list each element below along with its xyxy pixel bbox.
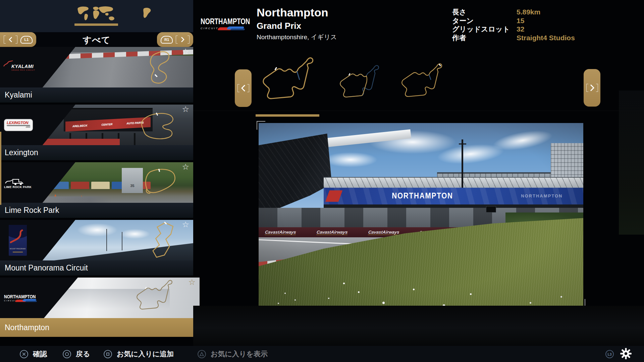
sign-text: CENTER: [102, 123, 113, 126]
world-map-icon: [74, 5, 118, 22]
layout-option-national[interactable]: [334, 63, 385, 108]
track-list-item-lime-rock-park[interactable]: 35 LIME ROCK PARK ☆ Lime Rock Park: [0, 162, 193, 218]
page-title: Northampton: [257, 6, 328, 19]
ps-circle-icon: [62, 350, 71, 359]
ps-square-icon: [103, 350, 112, 359]
logo-swoosh: [218, 26, 248, 31]
bracket: [237, 84, 239, 92]
stat-label: 作者: [452, 34, 517, 42]
bracket: [187, 36, 190, 44]
bracket: [596, 84, 598, 92]
logo-text: LIME ROCK PARK: [4, 185, 44, 189]
track-location: Northamptonshire, イギリス: [257, 33, 337, 42]
track-name-bar-selected: Northampton: [0, 318, 200, 337]
gear-icon: [620, 348, 632, 360]
track-list-item-northampton-selected[interactable]: NORTHAMPTON CIRCUIT ☆ Northampton: [0, 278, 200, 337]
track-list-item-kyalami[interactable]: KYALAMI GRAND PRIX CIRCUIT ☆ Kyalami: [0, 47, 193, 103]
l3-stick-hint: L3: [605, 350, 614, 360]
layout-variant-title: Grand Prix: [257, 21, 301, 31]
favorite-star-icon[interactable]: ☆: [182, 163, 189, 171]
logo-text: NORTHAMPTON: [201, 17, 240, 26]
bracket: [4, 36, 6, 44]
track-name-bar: Lime Rock Park: [0, 203, 193, 218]
track-map-outline: [127, 278, 181, 318]
track-map-outline: [138, 165, 179, 198]
bracket: [176, 36, 178, 44]
mount-panorama-logo: MOUNT PANORAMA: [4, 220, 44, 260]
ps-cross-icon: [19, 350, 29, 359]
chevron-right-icon: [590, 84, 594, 92]
l1-button-icon: L1: [20, 36, 33, 44]
track-preview-photo: NORTHAMPTON NORTHAMPTON CavastAirways Ca…: [259, 123, 583, 306]
track-thumbnail: KYALAMI GRAND PRIX CIRCUIT ☆: [0, 47, 193, 87]
action-label: お気に入りを表示: [211, 349, 268, 359]
track-thumbnail: 35 LIME ROCK PARK ☆: [0, 162, 193, 203]
track-name: Kyalami: [0, 90, 32, 100]
favorite-star-icon[interactable]: ☆: [182, 105, 189, 113]
favorite-star-icon[interactable]: ☆: [188, 278, 196, 286]
favorite-star-icon[interactable]: ☆: [182, 221, 189, 229]
track-list-item-mount-panorama[interactable]: MOUNT PANORAMA ☆ Mount Panorama Circuit: [0, 220, 193, 276]
favorite-star-icon[interactable]: ☆: [182, 48, 189, 56]
tab-north-america[interactable]: [140, 7, 154, 21]
kyalami-logo: KYALAMI GRAND PRIX CIRCUIT: [4, 47, 44, 87]
track-list-item-lexington[interactable]: ARELBECK CENTER AUTO PARTS LEXINGTON 200…: [0, 105, 193, 160]
sidebar-next-category-button[interactable]: R1: [157, 32, 193, 47]
track-thumbnail: MOUNT PANORAMA ☆: [0, 220, 193, 260]
track-name: Northampton: [0, 323, 49, 332]
action-label: 戻る: [76, 349, 90, 359]
track-name-bar: Kyalami: [0, 87, 193, 103]
stat-value: 32: [517, 25, 575, 33]
logo-text: NORTHAMPTON: [4, 294, 36, 299]
bracket: [15, 36, 17, 44]
stat-label: ターン: [452, 17, 517, 25]
layout-next-button[interactable]: [584, 69, 600, 107]
back-action[interactable]: 戻る: [62, 349, 90, 359]
selected-layout-underline: [256, 114, 319, 117]
add-favorite-action[interactable]: お気に入りに追加: [103, 349, 174, 359]
logo-text: KYALAMI: [11, 64, 44, 69]
bracket: [247, 84, 249, 92]
vignette: [259, 123, 583, 306]
stat-label: 長さ: [452, 8, 517, 16]
show-favorites-action-disabled[interactable]: お気に入りを表示: [197, 349, 268, 359]
background-scene-right: [619, 90, 644, 235]
lime-rock-park-logo: LIME ROCK PARK: [4, 162, 44, 203]
track-map-outline: [137, 108, 177, 141]
action-label: お気に入りに追加: [117, 349, 174, 359]
sidebar-scrollbar-thumb[interactable]: [0, 132, 1, 205]
layout-option-grand-prix-selected[interactable]: [255, 55, 321, 112]
northampton-logo: NORTHAMPTON CIRCUIT: [4, 278, 44, 318]
track-map-outline: [133, 48, 177, 86]
stat-value: 5.89km: [517, 8, 575, 16]
chevron-left-icon: [241, 84, 246, 92]
logo-text: MOUNT PANORAMA: [9, 248, 27, 250]
action-label: 確認: [33, 349, 47, 359]
track-name: Mount Panorama Circuit: [0, 263, 88, 273]
logo-text: LEXINGTON: [7, 121, 30, 125]
stat-value: 15: [517, 17, 575, 25]
north-america-icon: [142, 7, 152, 19]
photo-corner-bracket: [257, 121, 265, 130]
chevron-left-icon: [9, 37, 12, 43]
stat-label: グリッドスロット: [452, 25, 517, 33]
logo-subtext: 2000: [7, 126, 30, 128]
track-map-outline: [139, 221, 179, 260]
bracket: [586, 84, 588, 92]
chevron-right-icon: [181, 37, 184, 43]
track-select-screen: すべて L1 R1: [0, 0, 644, 362]
confirm-action[interactable]: 確認: [19, 349, 47, 359]
northampton-circuit-logo: NORTHAMPTON CIRCUIT: [201, 17, 251, 30]
track-stats: 長さ 5.89km ターン 15 グリッドスロット 32 作者 Straight…: [452, 8, 575, 42]
track-thumbnail: NORTHAMPTON CIRCUIT ☆: [0, 278, 200, 318]
footer-bar: [0, 346, 644, 362]
layout-prev-button[interactable]: [235, 69, 252, 107]
layout-option-international[interactable]: [395, 61, 448, 108]
sidebar-prev-category-button[interactable]: L1: [0, 32, 36, 47]
track-name: Lexington: [0, 148, 38, 157]
tab-world-map[interactable]: [73, 5, 119, 26]
settings-gear-button[interactable]: [620, 348, 632, 361]
selected-tab-underline: [74, 23, 118, 26]
logo-subtext: GRAND PRIX CIRCUIT: [11, 69, 44, 71]
scene-red-roof: [35, 139, 120, 145]
